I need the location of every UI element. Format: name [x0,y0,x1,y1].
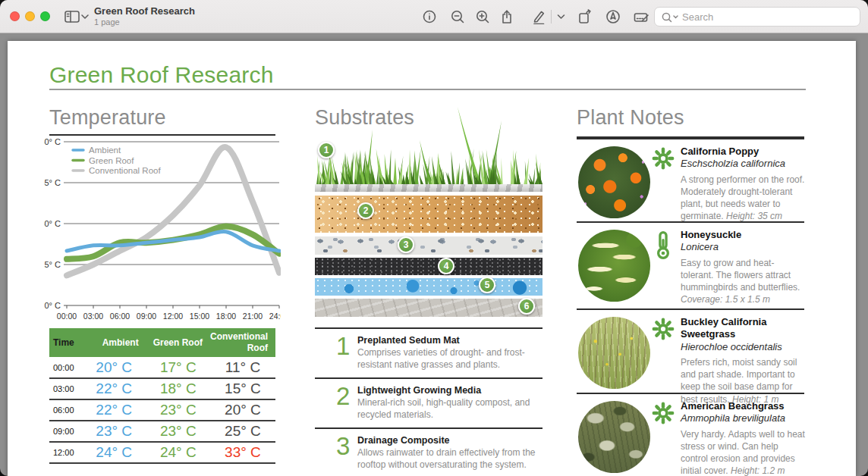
plant-entry: Honeysuckle Lonicera Easy to grow and he… [577,221,804,308]
sweetgrass-photo [578,317,650,389]
search-input[interactable] [681,8,855,25]
signature-button[interactable] [630,5,653,28]
substrate-description: Mineral-rich soil, high-quality compost,… [357,397,542,421]
plant-text: Honeysuckle Lonicera Easy to grow and he… [681,229,806,306]
substrate-number: 3 [336,434,350,459]
cell-ambient: 22° C [82,378,146,399]
svg-text:60° C: 60° C [44,137,61,146]
preview-window: Green Roof Research 1 page [0,0,868,476]
layer-badge-4: 4 [438,258,454,274]
grass-layer-illustration [315,106,542,184]
table-row: 00:00 20° C 17° C 11° C [49,357,275,378]
beachgrass-photo [578,401,650,473]
svg-text:Ambient: Ambient [89,146,121,155]
minimize-button[interactable] [25,11,35,21]
sidebar-menu-button[interactable] [78,5,92,28]
plant-text: American Beachgrass Ammophila breviligul… [681,400,806,476]
layer-badge-6: 6 [518,298,535,315]
svg-text:18:00: 18:00 [216,312,236,321]
zoom-in-icon [475,9,490,24]
rotate-button[interactable] [574,5,596,28]
plant-metric: Coverage: 1.5 x 1.5 m [681,294,770,305]
markup-chevron-icon [557,14,565,20]
zoom-out-icon [450,9,465,24]
col-header-green-roof: Green Roof [146,328,210,357]
cell-green: 23° C [146,421,210,442]
plant-list: California Poppy Eschscholzia californic… [577,138,804,476]
substrate-title: Drainage Composite [357,434,542,446]
layer-badge-1: 1 [318,142,335,158]
svg-text:06:00: 06:00 [110,312,130,321]
info-button[interactable] [418,5,441,28]
sun-icon [651,147,675,177]
sun-icon [651,402,675,432]
window-title: Green Roof Research [94,5,195,17]
plant-entry: Buckley California Sweetgrass Hierochloe… [577,308,804,393]
plant-entry: American Beachgrass Ammophila breviligul… [577,393,804,476]
substrate-title: Lightweight Growing Media [357,384,542,396]
cell-time: 03:00 [49,378,82,399]
search-icon [661,11,679,23]
layer-badge-2: 2 [357,202,374,219]
table-header-row: Time Ambient Green Roof Conventional Roo… [49,328,275,357]
cell-green: 24° C [146,442,210,463]
markup-pen-icon [531,9,546,24]
plant-name: Buckley California Sweetgrass [681,316,806,341]
cell-green: 23° C [146,399,210,421]
cell-ambient: 20° C [82,357,146,378]
plant-latin-name: Eschscholzia californica [681,158,806,170]
plant-text: California Poppy Eschscholzia californic… [681,146,806,223]
plant-metric: Height: 1.2 m [731,465,785,476]
plant-description: Very hardy. Adapts well to heat stress o… [681,428,806,476]
drainage-composite-layer [315,258,542,275]
plant-name: Honeysuckle [681,229,806,241]
share-button[interactable] [495,5,518,28]
plant-metric: Height: 35 cm [726,211,782,221]
substrate-list: 1 Preplanted Sedum Mat Comprises varieti… [315,327,542,476]
cell-time: 09:00 [49,421,82,442]
sun-icon [651,318,675,348]
plant-entry: California Poppy Eschscholzia californic… [577,138,804,221]
svg-text:45° C: 45° C [44,178,61,187]
zoom-in-button[interactable] [471,5,494,28]
cell-time: 06:00 [49,399,82,421]
title-divider [49,89,806,90]
plant-description: A strong performer on the roof. Moderate… [681,174,806,223]
zoom-out-button[interactable] [446,5,469,28]
close-button[interactable] [10,11,20,21]
plant-name: American Beachgrass [681,400,806,412]
col-header-conventional-roof: Conventional Roof [210,328,275,357]
document-title: Green Roof Research [49,62,274,88]
zoom-button[interactable] [40,11,50,21]
markup-menu-button[interactable] [555,5,567,28]
svg-text:30° C: 30° C [44,219,61,228]
california-poppy-photo [578,146,650,218]
root-barrier-layer [315,278,542,296]
cell-ambient: 22° C [82,399,146,421]
table-row: 12:00 24° C 24° C 33° C [49,442,275,463]
substrate-description: Allows rainwater to drain effectively fr… [357,447,542,471]
substrate-number: 2 [336,384,350,409]
cell-conventional: 25° C [210,421,275,442]
layer-badge-3: 3 [398,236,414,253]
markup-button[interactable] [527,5,550,28]
growing-media-layer [315,196,542,233]
table-row: 03:00 22° C 18° C 15° C [49,378,275,399]
svg-text:Conventional Roof: Conventional Roof [89,166,161,175]
sedum-mat-base [315,184,542,192]
search-field [654,7,860,27]
gravel-layer [315,236,542,255]
table-row: 09:00 23° C 23° C 25° C [49,421,275,442]
substrate-number: 1 [336,334,350,359]
substrate-title: Preplanted Sedum Mat [357,334,542,346]
annotate-button[interactable] [602,5,624,28]
substrate-item: 3 Drainage Composite Allows rainwater to… [315,427,542,476]
plant-notes-heading: Plant Notes [577,106,684,130]
plant-description: Easy to grow and heat-tolerant. The flow… [681,257,806,306]
signature-icon [633,9,649,24]
roof-deck-layer [315,299,542,317]
svg-text:15° C: 15° C [44,260,61,269]
thermometer-icon [651,230,675,261]
svg-text:03:00: 03:00 [83,312,103,321]
cell-ambient: 24° C [82,442,146,463]
